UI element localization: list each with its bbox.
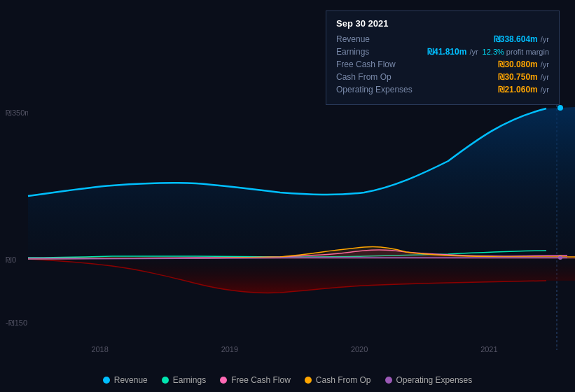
legend-dot-cashfromop — [305, 377, 312, 384]
revenue-value: ₪338.604m — [494, 34, 538, 44]
legend-label-fcf: Free Cash Flow — [231, 375, 291, 385]
earnings-unit: /yr — [469, 48, 478, 56]
legend-item-fcf[interactable]: Free Cash Flow — [220, 375, 291, 385]
svg-point-4 — [557, 105, 563, 111]
fcf-unit: /yr — [541, 60, 549, 69]
legend-dot-earnings — [162, 377, 169, 384]
opex-unit: /yr — [541, 85, 549, 94]
revenue-label: Revenue — [336, 34, 427, 44]
cashfromop-unit: /yr — [541, 73, 549, 81]
opex-label: Operating Expenses — [336, 85, 427, 94]
svg-point-6 — [558, 255, 562, 260]
tooltip-date: Sep 30 2021 — [336, 18, 549, 29]
legend-label-revenue: Revenue — [114, 375, 148, 385]
legend-item-revenue[interactable]: Revenue — [103, 375, 148, 385]
earnings-label: Earnings — [336, 47, 427, 57]
legend-label-earnings: Earnings — [173, 375, 206, 385]
tooltip-card: Sep 30 2021 Revenue ₪338.604m /yr Earnin… — [326, 10, 560, 105]
legend-label-cashfromop: Cash From Op — [316, 375, 371, 385]
tooltip-row-revenue: Revenue ₪338.604m /yr — [336, 34, 549, 44]
legend-dot-revenue — [103, 377, 110, 384]
tooltip-row-opex: Operating Expenses ₪21.060m /yr — [336, 85, 549, 94]
legend-item-earnings[interactable]: Earnings — [162, 375, 206, 385]
x-label-2019: 2019 — [221, 345, 238, 354]
x-label-2020: 2020 — [351, 345, 368, 354]
profit-margin: 12.3% profit margin — [483, 48, 549, 56]
x-labels: 2018 2019 2020 2021 — [0, 345, 575, 354]
fcf-value: ₪30.080m — [498, 59, 537, 69]
x-label-2018: 2018 — [91, 345, 108, 354]
legend: Revenue Earnings Free Cash Flow Cash Fro… — [0, 375, 575, 385]
legend-dot-opex — [385, 377, 392, 384]
opex-value: ₪21.060m — [498, 85, 537, 94]
tooltip-row-fcf: Free Cash Flow ₪30.080m /yr — [336, 59, 549, 69]
fcf-label: Free Cash Flow — [336, 59, 427, 69]
tooltip-row-earnings: Earnings ₪41.810m /yr 12.3% profit margi… — [336, 47, 549, 57]
tooltip-row-cashfromop: Cash From Op ₪30.750m /yr — [336, 72, 549, 82]
legend-item-opex[interactable]: Operating Expenses — [385, 375, 473, 385]
chart-svg — [0, 105, 575, 350]
earnings-value: ₪41.810m — [427, 47, 466, 57]
legend-dot-fcf — [220, 377, 227, 384]
legend-label-opex: Operating Expenses — [396, 375, 473, 385]
legend-item-cashfromop[interactable]: Cash From Op — [305, 375, 371, 385]
cashfromop-value: ₪30.750m — [498, 72, 537, 82]
cashfromop-label: Cash From Op — [336, 72, 427, 82]
x-label-2021: 2021 — [480, 345, 497, 354]
revenue-unit: /yr — [541, 35, 549, 43]
